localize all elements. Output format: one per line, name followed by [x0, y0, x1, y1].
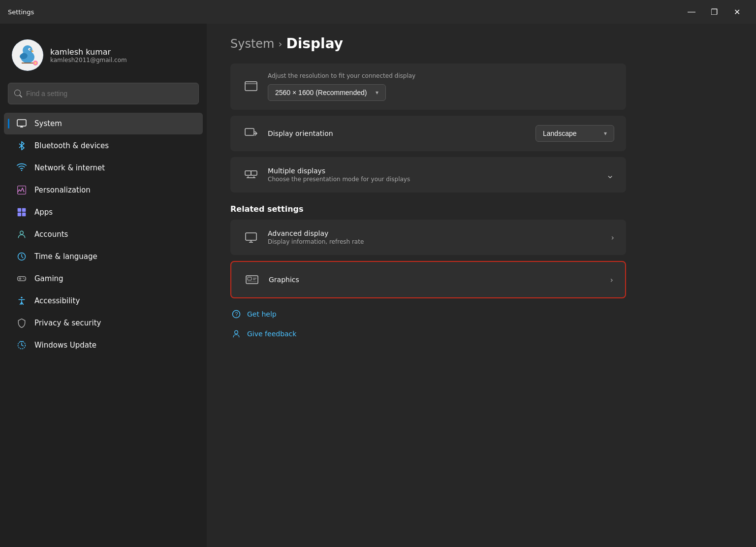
- title-bar-left: Settings: [8, 8, 34, 16]
- sidebar-item-bluetooth[interactable]: Bluetooth & devices: [4, 135, 203, 157]
- multiple-displays-content: Multiple displays Choose the presentatio…: [268, 167, 606, 183]
- content-area: kamlesh kumar kamlesh2011@gmail.com: [0, 24, 756, 547]
- graphics-row[interactable]: Graphics ›: [231, 262, 625, 297]
- sidebar-item-gaming-label: Gaming: [34, 274, 63, 283]
- multiple-displays-control: ⌄: [606, 169, 614, 181]
- search-box[interactable]: [8, 83, 199, 104]
- resolution-content: Adjust the resolution to fit your connec…: [268, 72, 614, 101]
- sidebar-item-bluetooth-label: Bluetooth & devices: [34, 141, 109, 150]
- sidebar-item-privacy[interactable]: Privacy & security: [4, 312, 203, 334]
- advanced-display-row[interactable]: Advanced display Display information, re…: [230, 220, 626, 255]
- apps-icon: [16, 206, 28, 218]
- svg-point-4: [30, 49, 31, 50]
- resolution-row[interactable]: Adjust the resolution to fit your connec…: [230, 64, 626, 110]
- bluetooth-icon: [16, 140, 28, 152]
- title-bar: Settings — ❐ ✕: [0, 0, 756, 24]
- sidebar-item-network-label: Network & internet: [34, 163, 105, 172]
- sidebar-item-accessibility[interactable]: Accessibility: [4, 290, 203, 312]
- privacy-icon: [16, 317, 28, 329]
- get-help-icon: ?: [230, 308, 242, 320]
- multiple-displays-row[interactable]: Multiple displays Choose the presentatio…: [230, 157, 626, 193]
- personalization-icon: [16, 184, 28, 196]
- svg-rect-15: [18, 208, 22, 212]
- expand-icon: ⌄: [606, 169, 614, 181]
- search-container: [0, 83, 207, 112]
- advanced-display-content: Advanced display Display information, re…: [268, 229, 611, 245]
- orientation-dropdown[interactable]: Landscape ▾: [536, 125, 614, 142]
- search-icon: [14, 90, 22, 97]
- sidebar-item-personalization[interactable]: Personalization: [4, 179, 203, 201]
- sidebar-item-apps[interactable]: Apps: [4, 201, 203, 223]
- user-info: kamlesh kumar kamlesh2011@gmail.com: [50, 47, 127, 64]
- help-links: ? Get help Give feedback: [230, 306, 626, 342]
- resolution-value: 2560 × 1600 (Recommended): [275, 89, 367, 97]
- give-feedback-link[interactable]: Give feedback: [230, 326, 626, 342]
- avatar: [12, 39, 43, 71]
- svg-point-13: [21, 170, 23, 171]
- svg-point-25: [24, 279, 25, 280]
- svg-point-19: [20, 231, 24, 234]
- get-help-link[interactable]: ? Get help: [230, 306, 626, 322]
- resolution-control: 2560 × 1600 (Recommended) ▾: [268, 84, 614, 101]
- svg-rect-28: [245, 82, 257, 91]
- sidebar-item-accounts[interactable]: Accounts: [4, 224, 203, 245]
- breadcrumb: System › Display: [230, 35, 626, 52]
- breadcrumb-separator: ›: [279, 38, 283, 50]
- orientation-control: Landscape ▾: [536, 125, 614, 142]
- svg-point-24: [23, 278, 24, 279]
- sidebar-item-network[interactable]: Network & internet: [4, 157, 203, 179]
- advanced-display-subtitle: Display information, refresh rate: [268, 238, 611, 245]
- resolution-dropdown[interactable]: 2560 × 1600 (Recommended) ▾: [268, 84, 386, 101]
- graphics-title: Graphics: [269, 276, 610, 284]
- multiple-displays-icon: [242, 166, 260, 184]
- give-feedback-icon: [230, 328, 242, 340]
- sidebar-item-system[interactable]: System: [4, 113, 203, 134]
- nav-list: System Bluetooth & devices: [0, 112, 207, 356]
- graphics-content: Graphics: [269, 276, 610, 284]
- graphics-control: ›: [610, 275, 613, 285]
- multiple-displays-subtitle: Choose the presentation mode for your di…: [268, 176, 606, 183]
- accessibility-icon: [16, 295, 28, 307]
- sidebar-item-time[interactable]: Time & language: [4, 246, 203, 267]
- orientation-content: Display orientation: [268, 129, 536, 137]
- breadcrumb-parent[interactable]: System: [230, 37, 275, 51]
- close-button[interactable]: ✕: [725, 4, 748, 20]
- sidebar-item-system-label: System: [34, 119, 62, 128]
- svg-rect-17: [18, 213, 22, 217]
- sidebar-item-gaming[interactable]: Gaming: [4, 268, 203, 290]
- accounts-icon: [16, 228, 28, 240]
- minimize-button[interactable]: —: [680, 4, 703, 20]
- sidebar-item-windows-update[interactable]: Windows Update: [4, 334, 203, 356]
- resolution-note: Adjust the resolution to fit your connec…: [268, 72, 614, 79]
- sidebar-item-apps-label: Apps: [34, 208, 53, 217]
- advanced-display-icon: [242, 228, 260, 246]
- sidebar-item-windows-update-label: Windows Update: [34, 341, 96, 350]
- orientation-value: Landscape: [543, 129, 577, 137]
- sidebar-item-accounts-label: Accounts: [34, 230, 68, 239]
- multiple-displays-section: Multiple displays Choose the presentatio…: [230, 157, 626, 193]
- related-settings-title: Related settings: [230, 204, 626, 214]
- maximize-button[interactable]: ❐: [703, 4, 725, 20]
- search-input[interactable]: [26, 90, 192, 97]
- user-name: kamlesh kumar: [50, 47, 127, 57]
- svg-rect-16: [22, 208, 26, 212]
- svg-rect-30: [245, 129, 254, 135]
- svg-rect-41: [248, 277, 252, 280]
- settings-window: Settings — ❐ ✕: [0, 0, 756, 547]
- system-icon: [16, 118, 28, 129]
- svg-text:?: ?: [235, 311, 238, 317]
- title-bar-controls: — ❐ ✕: [680, 4, 748, 20]
- svg-rect-18: [22, 213, 26, 217]
- window-title: Settings: [8, 8, 34, 16]
- network-icon: [16, 162, 28, 174]
- svg-point-9: [34, 62, 36, 64]
- orientation-row[interactable]: Display orientation Landscape ▾: [230, 116, 626, 151]
- chevron-right-icon: ›: [610, 275, 613, 285]
- multiple-displays-title: Multiple displays: [268, 167, 606, 175]
- active-indicator: [8, 119, 9, 129]
- chevron-down-icon: ▾: [376, 89, 378, 96]
- user-profile[interactable]: kamlesh kumar kamlesh2011@gmail.com: [0, 32, 207, 83]
- svg-rect-32: [245, 171, 251, 175]
- main-inner: System › Display Adjust: [207, 24, 650, 354]
- time-icon: [16, 251, 28, 262]
